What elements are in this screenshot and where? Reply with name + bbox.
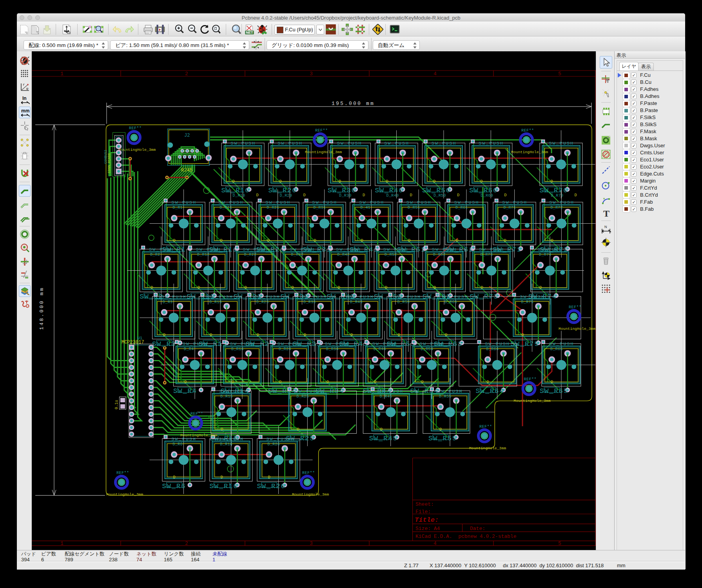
svg-text:SW_PUSH: SW_PUSH [278, 141, 303, 146]
svg-text:SW_PUSH: SW_PUSH [243, 247, 268, 252]
svg-text:D_R34: D_R34 [326, 347, 339, 351]
svg-text:SW_PUSH: SW_PUSH [337, 141, 362, 146]
svg-text:REF**: REF** [302, 471, 315, 475]
svg-text:SW_R6: SW_R6 [162, 483, 186, 490]
svg-text:D: D [410, 193, 412, 197]
svg-text:D: D [327, 380, 329, 384]
svg-text:SW_PUSH: SW_PUSH [538, 247, 563, 252]
svg-text:In: In [22, 96, 27, 101]
svg-text:D_R2: D_R2 [150, 253, 160, 257]
svg-text:3: 3 [310, 541, 313, 546]
svg-text:D: D [303, 193, 305, 197]
svg-text:SW_PUSH: SW_PUSH [255, 294, 280, 299]
svg-text:195.000 mm: 195.000 mm [332, 101, 375, 107]
svg-text:5: 5 [558, 541, 561, 546]
svg-text:D: D [408, 238, 410, 243]
svg-text:D: D [279, 380, 281, 384]
svg-text:D: D [279, 179, 281, 184]
svg-text:MountingHole_3mm: MountingHole_3mm [106, 492, 143, 497]
svg-text:D_R24: D_R24 [279, 347, 291, 351]
svg-text:D: D [421, 380, 423, 384]
svg-text:SW_R40: SW_R40 [375, 187, 404, 194]
svg-text:D_R6: D_R6 [173, 442, 183, 447]
svg-text:SW_R3: SW_R3 [152, 340, 176, 348]
svg-text:SW_PUSH: SW_PUSH [379, 389, 404, 394]
svg-text:MountingHole_3mm: MountingHole_3mm [469, 446, 506, 450]
svg-text:D: D [539, 285, 542, 290]
svg-text:Sheet:: Sheet: [415, 501, 434, 507]
svg-text:D_R22: D_R22 [244, 253, 257, 257]
svg-text:D_R44: D_R44 [374, 347, 386, 351]
svg-text:φ: φ [26, 87, 29, 91]
svg-text:D: D [374, 380, 376, 384]
svg-text:D_R42: D_R42 [337, 253, 350, 257]
svg-text:D: D [221, 427, 223, 432]
svg-text:D: D [504, 238, 506, 243]
svg-text:D: D [198, 285, 200, 290]
svg-text:SW_PUSH: SW_PUSH [183, 341, 208, 346]
svg-text:SW_PUSH: SW_PUSH [520, 294, 545, 299]
svg-text:D: D [220, 238, 223, 243]
svg-text:SW_R2: SW_R2 [140, 293, 163, 300]
svg-text:D_R64: D_R64 [486, 347, 499, 351]
svg-text:D_R45: D_R45 [380, 394, 392, 399]
svg-text:SW_PUSH: SW_PUSH [290, 247, 315, 252]
svg-text:1: 1 [60, 541, 63, 546]
svg-text:D: D [267, 238, 270, 243]
svg-text:SW_PUSH: SW_PUSH [336, 247, 361, 252]
svg-text:SW_R10: SW_R10 [221, 187, 250, 194]
svg-text:SW_PUSH: SW_PUSH [312, 200, 337, 205]
svg-text:D: D [257, 333, 259, 337]
svg-text:SW_PUSH: SW_PUSH [230, 341, 255, 346]
svg-text:3: 3 [310, 71, 313, 77]
svg-text:SW_PUSH: SW_PUSH [302, 294, 327, 299]
svg-text:SW_PUSH: SW_PUSH [479, 141, 504, 146]
svg-text:D: D [173, 475, 176, 479]
svg-text:D_R75: D_R75 [521, 300, 534, 304]
svg-text:SW_R26: SW_R26 [257, 483, 286, 490]
svg-text:SW_PUSH: SW_PUSH [406, 200, 432, 205]
svg-text:SW_PUSH: SW_PUSH [172, 200, 197, 205]
svg-text:REF**: REF** [129, 126, 142, 130]
svg-text:148.000 mm: 148.000 mm [39, 287, 45, 330]
svg-text:SW_PUSH: SW_PUSH [432, 141, 457, 146]
svg-text:D: D [551, 380, 553, 384]
svg-text:D_R65: D_R65 [550, 347, 563, 351]
svg-text:D_R12: D_R12 [197, 253, 210, 257]
svg-text:SW_R55: SW_R55 [428, 435, 457, 442]
svg-text:SW_R64: SW_R64 [476, 387, 504, 395]
svg-text:D_R31: D_R31 [314, 206, 326, 210]
svg-text:D_R1: D_R1 [173, 206, 183, 210]
svg-text:SW_R4: SW_R4 [173, 387, 197, 395]
svg-text:SW_PUSH: SW_PUSH [549, 341, 574, 346]
svg-text:SW_PUSH: SW_PUSH [502, 200, 528, 205]
svg-text:N: N [604, 225, 607, 229]
svg-text:D: D [481, 285, 483, 290]
svg-text:D_R23: D_R23 [256, 300, 269, 304]
svg-text:0.1u: 0.1u [114, 400, 119, 409]
svg-text:SW_PUSH: SW_PUSH [432, 247, 457, 252]
svg-text:D: D [363, 193, 365, 197]
svg-text:D: D [385, 285, 387, 290]
svg-text:D_R74: D_R74 [539, 253, 551, 257]
svg-text:D_R72: D_R72 [550, 206, 563, 210]
svg-text:REF**: REF** [190, 412, 203, 416]
svg-text:REF**: REF** [116, 471, 129, 475]
svg-text:D: D [457, 193, 459, 197]
svg-text:D: D [551, 179, 553, 184]
svg-text:MountingHole_3mm: MountingHole_3mm [180, 433, 218, 438]
svg-text:SW_PUSH: SW_PUSH [208, 294, 233, 299]
svg-text:SW_PUSH: SW_PUSH [349, 294, 374, 299]
svg-text:SW_PUSH: SW_PUSH [396, 294, 421, 299]
svg-text:D_R62: D_R62 [433, 253, 446, 257]
svg-text:D: D [173, 238, 176, 243]
svg-text:2: 2 [185, 71, 188, 77]
svg-text:D_R15: D_R15 [220, 394, 233, 399]
svg-text:D_R51: D_R51 [408, 206, 420, 210]
svg-text:D_R73: D_R73 [481, 253, 493, 257]
svg-text:MountingHole_3mm: MountingHole_3mm [514, 399, 551, 403]
svg-text:REF**: REF** [521, 128, 534, 133]
svg-text:r: r [23, 83, 25, 87]
svg-text:D: D [232, 380, 234, 384]
svg-text:MountingHole_3mm: MountingHole_3mm [511, 150, 548, 154]
